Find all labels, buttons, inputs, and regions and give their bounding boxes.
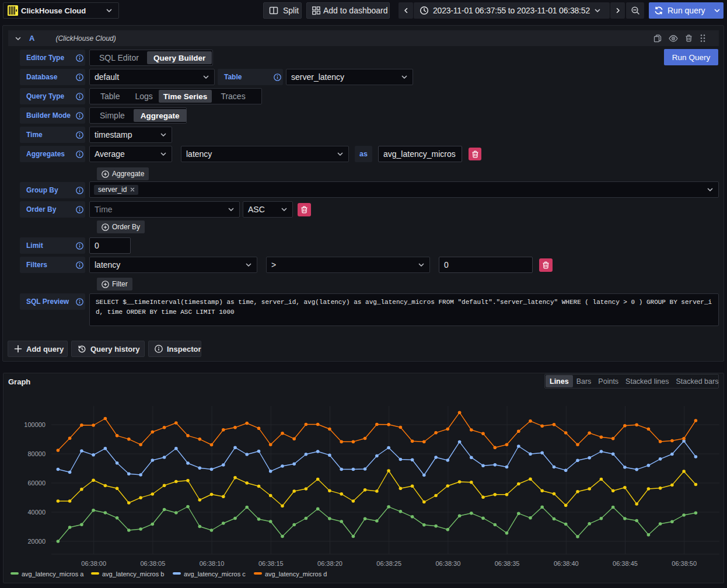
svg-text:avg_latency_micros b: avg_latency_micros b: [102, 570, 164, 578]
svg-text:60000: 60000: [27, 480, 46, 487]
svg-text:80000: 80000: [27, 450, 46, 457]
svg-text:avg_latency_micros d: avg_latency_micros d: [265, 570, 327, 578]
svg-text:06:38:00: 06:38:00: [81, 560, 106, 567]
svg-text:06:38:35: 06:38:35: [495, 560, 520, 567]
svg-text:40000: 40000: [27, 509, 46, 516]
svg-text:06:38:20: 06:38:20: [317, 560, 342, 567]
svg-text:06:38:40: 06:38:40: [554, 560, 579, 567]
svg-text:06:38:05: 06:38:05: [140, 560, 165, 567]
svg-text:avg_latency_micros c: avg_latency_micros c: [184, 570, 246, 578]
svg-text:06:38:50: 06:38:50: [672, 560, 697, 567]
svg-text:100000: 100000: [24, 421, 46, 428]
svg-text:20000: 20000: [27, 538, 46, 545]
svg-text:avg_latency_micros a: avg_latency_micros a: [22, 570, 84, 578]
svg-text:06:38:30: 06:38:30: [435, 560, 460, 567]
svg-text:06:38:45: 06:38:45: [613, 560, 638, 567]
svg-text:06:38:25: 06:38:25: [376, 560, 401, 567]
svg-text:06:38:10: 06:38:10: [200, 560, 225, 567]
svg-text:06:38:15: 06:38:15: [258, 560, 284, 567]
